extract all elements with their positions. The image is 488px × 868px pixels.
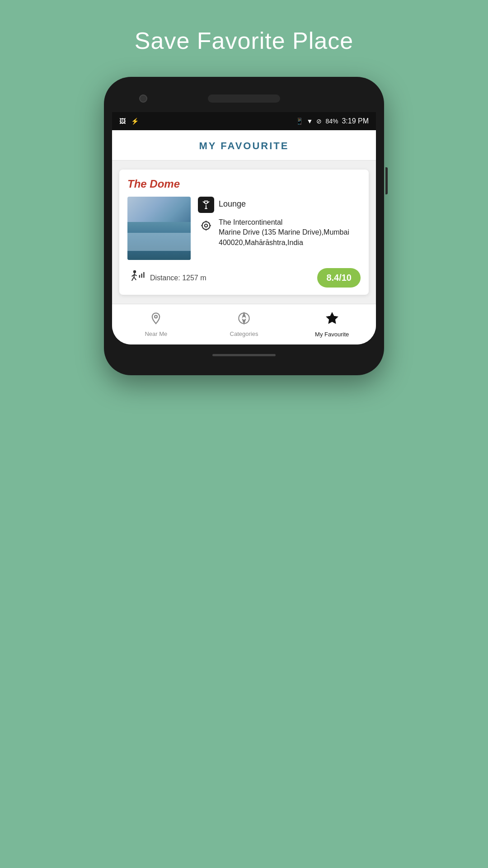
svg-rect-12 — [139, 275, 140, 278]
content-area: The Dome — [112, 160, 376, 304]
side-button — [385, 167, 388, 194]
address: Marine Drive (135 Marine Drive),Mumbai 4… — [219, 228, 349, 246]
svg-point-15 — [155, 315, 157, 318]
status-left-icons: 🖼 ⚡ — [119, 118, 139, 125]
svg-rect-14 — [143, 272, 144, 278]
svg-point-1 — [202, 222, 210, 229]
nav-my-favourite[interactable]: My Favourite — [288, 304, 376, 344]
svg-marker-18 — [243, 319, 245, 323]
near-me-icon — [150, 312, 162, 328]
svg-line-9 — [134, 277, 136, 280]
distance-left: Distance: 1257 m — [127, 269, 206, 286]
phone-bottom-bar — [112, 348, 376, 362]
wifi-icon: ▼ — [307, 118, 313, 125]
signal-icon: ⊘ — [316, 118, 322, 125]
near-me-label: Near Me — [145, 330, 167, 337]
image-icon: 🖼 — [119, 118, 126, 125]
battery-level: 84% — [325, 118, 338, 125]
svg-marker-17 — [243, 313, 245, 317]
phone-icon: 📱 — [296, 118, 303, 125]
phone-shell: 🖼 ⚡ 📱 ▼ ⊘ 84% 3:19 PM MY FAVOURITE The D… — [104, 77, 384, 375]
app-header-title: MY FAVOURITE — [121, 140, 367, 152]
svg-point-6 — [133, 270, 136, 273]
app-header: MY FAVOURITE — [112, 130, 376, 160]
camera — [139, 94, 147, 103]
usb-icon: ⚡ — [131, 118, 139, 125]
card-body: Lounge — [127, 197, 361, 260]
svg-line-8 — [132, 277, 134, 281]
place-image — [127, 197, 191, 260]
rating-badge: 8.4/10 — [317, 268, 361, 288]
hotel-name: The Intercontinental — [219, 218, 282, 226]
location-icon — [198, 217, 214, 234]
categories-icon — [238, 312, 250, 328]
page-background-title: Save Favorite Place — [135, 27, 353, 54]
place-name: The Dome — [127, 178, 361, 190]
my-favourite-icon — [325, 311, 339, 328]
bottom-nav: Near Me Categories — [112, 304, 376, 344]
nav-near-me[interactable]: Near Me — [112, 304, 200, 344]
status-right-icons: 📱 ▼ ⊘ 84% 3:19 PM — [296, 117, 369, 125]
distance-text: Distance: 1257 m — [150, 274, 206, 282]
nav-categories[interactable]: Categories — [200, 304, 288, 344]
distance-row: Distance: 1257 m 8.4/10 — [127, 266, 361, 288]
svg-point-0 — [205, 224, 208, 227]
categories-label: Categories — [230, 330, 258, 337]
app-screen: MY FAVOURITE The Dome — [112, 130, 376, 344]
category-label: Lounge — [219, 197, 246, 209]
location-row: The Intercontinental Marine Drive (135 M… — [198, 217, 361, 248]
phone-top-bar — [112, 85, 376, 112]
category-row: Lounge — [198, 197, 361, 213]
walking-icon — [127, 269, 145, 286]
svg-marker-19 — [326, 312, 338, 323]
card-info: Lounge — [198, 197, 361, 260]
home-bar — [212, 354, 276, 356]
lounge-icon — [198, 197, 214, 213]
address-text: The Intercontinental Marine Drive (135 M… — [219, 217, 361, 248]
speaker — [208, 94, 280, 103]
favourite-card[interactable]: The Dome — [119, 170, 369, 295]
status-bar: 🖼 ⚡ 📱 ▼ ⊘ 84% 3:19 PM — [112, 112, 376, 130]
my-favourite-label: My Favourite — [315, 331, 349, 338]
svg-rect-13 — [141, 274, 142, 278]
clock: 3:19 PM — [342, 117, 369, 125]
